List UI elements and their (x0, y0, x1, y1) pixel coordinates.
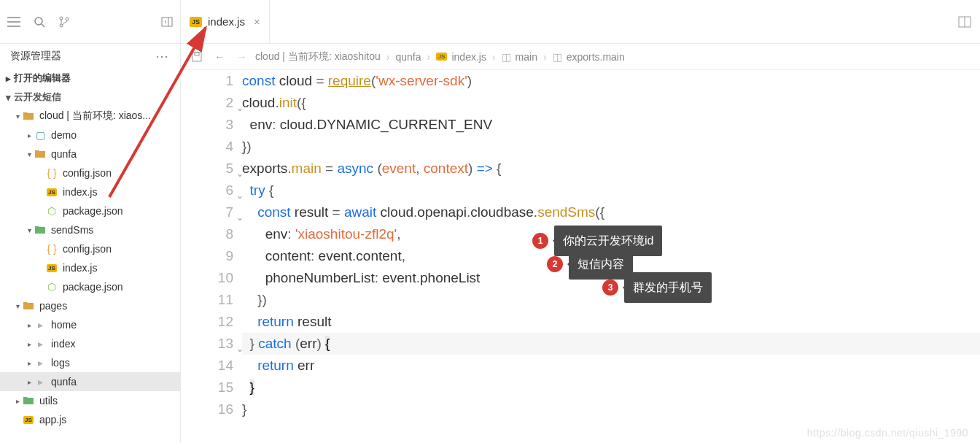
tree-item[interactable]: ▾pages (0, 296, 180, 315)
section-project[interactable]: ▾ 云开发短信 (0, 88, 180, 107)
tree-label: index (51, 338, 75, 350)
svg-point-1 (60, 17, 63, 20)
watermark: https://blog.csdn.net/qiushi_1990 (807, 427, 968, 439)
js-icon: JS (436, 53, 447, 61)
tree-label: home (51, 319, 77, 331)
tab-index-js[interactable]: JS index.js × (181, 0, 270, 43)
tree-label: cloud | 当前环境: xiaos... (39, 109, 151, 123)
folder-icon (22, 396, 35, 405)
caret-icon: ▸ (13, 397, 22, 405)
svg-rect-6 (192, 53, 201, 61)
tree-item[interactable]: ▸▸index (0, 334, 180, 353)
code-lines: const cloud = require('wx-server-sdk') c… (242, 70, 980, 443)
tree-item[interactable]: ▾qunfa (0, 145, 180, 163)
tree-label: config.json (63, 243, 112, 255)
tree-label: logs (51, 357, 70, 369)
cube-icon: ◫ (553, 51, 562, 63)
folder-icon (34, 150, 47, 158)
tree-item[interactable]: ▸▸home (0, 315, 180, 334)
caret-icon: ▸ (25, 131, 34, 139)
tree-label: utils (39, 395, 58, 407)
tab-label: index.js (208, 15, 245, 28)
collapse-icon[interactable] (161, 16, 173, 28)
caret-icon: ▾ (13, 112, 22, 120)
tree-label: index.js (63, 262, 97, 274)
editor: ← → cloud | 当前环境: xiaoshitou › qunfa › J… (181, 44, 980, 443)
save-icon[interactable] (188, 51, 206, 63)
section-opened-editors[interactable]: ▸ 打开的编辑器 (0, 69, 180, 88)
caret-icon: ▾ (13, 302, 22, 310)
tree-label: qunfa (51, 376, 77, 388)
crumb[interactable]: ◫exports.main (553, 51, 625, 63)
npm-icon: ⬡ (45, 281, 58, 293)
gutter: 1 2⌄ 3 4 5⌄ 6⌄ 7⌄ 8 9 10 11 12 13⌄ 14 15… (181, 70, 242, 443)
tree-item[interactable]: ▸▸qunfa (0, 372, 180, 391)
chevron-right-icon: ▸ (6, 73, 11, 84)
tree-item[interactable]: { }config.json (0, 163, 180, 182)
tree-item[interactable]: JSapp.js (0, 410, 180, 429)
caret-icon: ▸ (25, 340, 34, 348)
folder-icon (34, 226, 47, 234)
json-icon: { } (45, 167, 58, 179)
json-icon: { } (45, 243, 58, 255)
caret-icon: ▸ (25, 378, 34, 386)
folder-icon: ▸ (34, 319, 47, 331)
folder-icon (22, 112, 35, 120)
topbar: JS index.js × (0, 0, 980, 44)
code-area[interactable]: 1 2⌄ 3 4 5⌄ 6⌄ 7⌄ 8 9 10 11 12 13⌄ 14 15… (181, 70, 980, 443)
caret-icon: ▸ (25, 321, 34, 329)
tree-label: sendSms (51, 224, 93, 236)
menu-icon[interactable] (7, 17, 20, 27)
tree-label: index.js (63, 186, 97, 198)
tree-label: package.json (63, 281, 123, 293)
sidebar-title: 资源管理器 (10, 50, 155, 63)
tree-label: config.json (63, 167, 112, 179)
nav-back-icon[interactable]: ← (211, 51, 228, 63)
tree-item[interactable]: ▸utils (0, 391, 180, 410)
tree-item[interactable]: ⬡package.json (0, 277, 180, 296)
cube-icon: ◫ (502, 51, 511, 63)
close-icon[interactable]: × (254, 15, 260, 28)
tree-item[interactable]: ▸▸logs (0, 353, 180, 372)
sidebar: 资源管理器 ⋯ ▸ 打开的编辑器 ▾ 云开发短信 ▾cloud | 当前环境: … (0, 44, 181, 443)
nav-forward-icon[interactable]: → (233, 51, 249, 63)
tree-item[interactable]: ▾cloud | 当前环境: xiaos... (0, 107, 180, 126)
svg-rect-7 (195, 53, 199, 55)
crumb[interactable]: cloud | 当前环境: xiaoshitou (255, 50, 381, 63)
file-tree: ▾cloud | 当前环境: xiaos...▸▢demo▾qunfa{ }co… (0, 107, 180, 429)
tree-item[interactable]: JSindex.js (0, 182, 180, 201)
folder-icon: ▢ (34, 129, 47, 141)
svg-point-3 (66, 18, 69, 20)
tree-item[interactable]: ▾sendSms (0, 220, 180, 239)
tree-label: demo (51, 129, 77, 141)
svg-rect-4 (162, 18, 172, 26)
tree-item[interactable]: { }config.json (0, 239, 180, 258)
tree-item[interactable]: ▸▢demo (0, 126, 180, 145)
svg-point-2 (60, 24, 63, 27)
folder-icon: ▸ (34, 357, 47, 369)
folder-icon (22, 301, 35, 310)
crumb[interactable]: qunfa (395, 51, 421, 63)
search-icon[interactable] (34, 16, 45, 28)
crumb[interactable]: ◫main (502, 51, 537, 63)
svg-point-0 (35, 18, 42, 25)
tree-item[interactable]: ⬡package.json (0, 201, 180, 220)
branch-icon[interactable] (58, 16, 70, 28)
caret-icon: ▾ (25, 150, 34, 158)
tab-row: JS index.js × (181, 0, 980, 43)
crumb[interactable]: JSindex.js (436, 51, 486, 63)
chevron-down-icon: ▾ (6, 92, 11, 103)
sidebar-title-row: 资源管理器 ⋯ (0, 44, 180, 69)
npm-icon: ⬡ (45, 205, 58, 217)
tree-label: qunfa (51, 148, 77, 160)
split-editor-icon[interactable] (949, 0, 980, 43)
tree-item[interactable]: JSindex.js (0, 258, 180, 277)
tree-label: package.json (63, 205, 123, 217)
caret-icon: ▾ (25, 226, 34, 234)
more-icon[interactable]: ⋯ (155, 48, 170, 64)
caret-icon: ▸ (25, 359, 34, 367)
js-icon: JS (45, 264, 58, 272)
tree-label: pages (39, 300, 67, 312)
folder-icon: ▸ (34, 338, 47, 350)
js-icon: JS (45, 188, 58, 196)
